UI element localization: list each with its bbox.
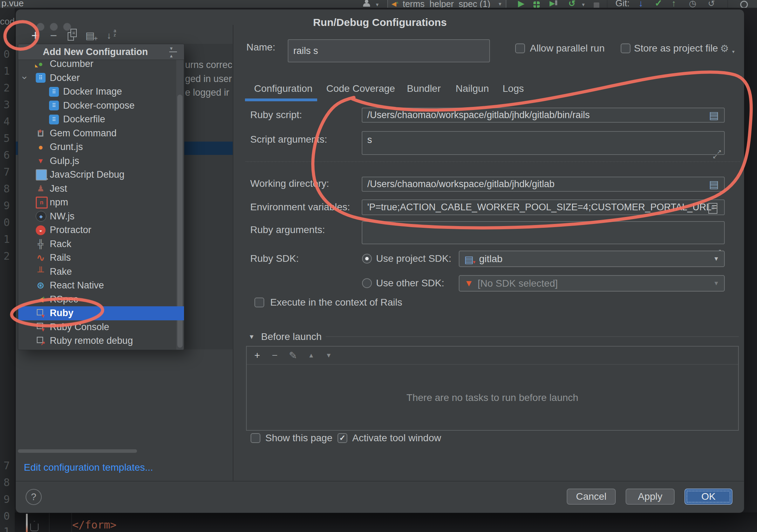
- config-type-item-rails[interactable]: Rails: [18, 251, 184, 265]
- copy-configuration-button[interactable]: [64, 28, 80, 43]
- ruby-script-label: Ruby script:: [250, 109, 302, 121]
- env-variables-list-icon[interactable]: [707, 202, 719, 214]
- run-configuration-name: terms_helper_spec (1): [403, 0, 490, 8]
- config-type-label: NW.js: [50, 211, 75, 222]
- git-push-icon[interactable]: [671, 0, 676, 8]
- code-line[interactable]: </form>: [72, 519, 116, 531]
- store-as-project-file-checkbox[interactable]: [621, 43, 630, 53]
- new-folder-button[interactable]: [82, 28, 98, 43]
- config-type-item-protractor[interactable]: Protractor: [18, 223, 184, 237]
- git-commit-icon[interactable]: [655, 0, 662, 8]
- name-field[interactable]: rails s: [288, 39, 490, 62]
- horizontal-scrollbar[interactable]: [18, 449, 137, 453]
- config-type-item-gem-command[interactable]: Gem Command: [18, 126, 184, 140]
- execute-in-rails-label: Execute in the context of Rails: [270, 297, 402, 308]
- search-icon[interactable]: [740, 0, 748, 8]
- config-type-label: Cucumber: [50, 59, 94, 69]
- working-directory-field[interactable]: /Users/chaomao/workspace/gitlab/jhdk/git…: [362, 177, 725, 192]
- config-type-item-grunt-js[interactable]: Grunt.js: [18, 140, 184, 154]
- user-icon[interactable]: [363, 0, 370, 8]
- tab-logs[interactable]: Logs: [503, 83, 524, 94]
- config-type-item-docker-image[interactable]: Docker Image: [18, 85, 184, 99]
- chevron-expanded-icon[interactable]: ›: [19, 76, 30, 79]
- config-type-item-rack[interactable]: Rack: [18, 237, 184, 251]
- environment-variables-field[interactable]: 'P=true;ACTION_CABLE_WORKER_POOL_SIZE=4;…: [362, 199, 725, 215]
- add-task-button[interactable]: +: [250, 347, 265, 364]
- tab-code-coverage[interactable]: Code Coverage: [326, 83, 395, 94]
- config-type-item-npm[interactable]: npm: [18, 196, 184, 210]
- show-this-page-checkbox[interactable]: [251, 433, 260, 443]
- config-type-item-ruby[interactable]: Ruby: [18, 306, 184, 320]
- use-project-sdk-radio[interactable]: [362, 254, 372, 264]
- folder-icon[interactable]: [708, 109, 720, 121]
- allow-parallel-run-checkbox[interactable]: [515, 43, 525, 53]
- history-icon[interactable]: [689, 0, 696, 8]
- config-type-item-javascript-debug[interactable]: JavaScript Debug: [18, 168, 184, 182]
- remove-configuration-button[interactable]: [46, 28, 61, 43]
- config-type-item-react-native[interactable]: React Native: [18, 279, 184, 293]
- apply-button[interactable]: Apply: [626, 489, 675, 505]
- edit-configuration-templates-link[interactable]: Edit configuration templates...: [24, 462, 153, 473]
- working-directory-value: /Users/chaomao/workspace/gitlab/jhdk/git…: [367, 179, 554, 190]
- coverage-icon[interactable]: [550, 0, 557, 8]
- activate-tool-window-checkbox[interactable]: [337, 433, 347, 443]
- use-other-sdk-label: Use other SDK:: [376, 278, 444, 289]
- config-type-item-rspec[interactable]: RSpec: [18, 292, 184, 306]
- project-sdk-combo[interactable]: gitlab ▼: [459, 251, 725, 267]
- debug-icon[interactable]: [533, 0, 540, 8]
- config-type-item-gulp-js[interactable]: Gulp.js: [18, 154, 184, 168]
- gear-icon[interactable]: [718, 42, 730, 54]
- git-update-icon[interactable]: [639, 0, 643, 8]
- sort-alphabetically-button[interactable]: [101, 28, 117, 43]
- config-type-item-dockerfile[interactable]: Dockerfile: [18, 112, 184, 127]
- tree-item-partial[interactable]: ged in user: [185, 73, 232, 84]
- collapse-all-icon[interactable]: [169, 47, 178, 57]
- config-type-label: Ruby remote debug: [50, 335, 133, 346]
- edit-task-button[interactable]: ✎: [285, 347, 301, 364]
- tree-item-partial[interactable]: e logged ir: [185, 87, 232, 98]
- editor-tab-label[interactable]: p.vue: [1, 0, 24, 8]
- tab-nailgun[interactable]: Nailgun: [456, 83, 489, 94]
- run-icon[interactable]: [518, 0, 524, 8]
- config-type-label: Jest: [50, 183, 67, 194]
- panel-divider[interactable]: [233, 25, 233, 481]
- tree-item-partial[interactable]: urns correc: [185, 60, 232, 70]
- remove-task-button[interactable]: −: [267, 347, 282, 364]
- folder-icon[interactable]: [708, 178, 720, 190]
- config-type-item-docker[interactable]: ›Docker: [18, 71, 184, 85]
- run-debug-configurations-dialog: Run/Debug Configurations urns correcged …: [15, 9, 744, 513]
- config-type-item-nw-js[interactable]: NW.js: [18, 209, 184, 223]
- cancel-button[interactable]: Cancel: [567, 489, 616, 505]
- docker-icon: [49, 115, 59, 124]
- rerun-icon[interactable]: [568, 0, 575, 8]
- use-other-sdk-radio[interactable]: [362, 278, 372, 288]
- tab-bundler[interactable]: Bundler: [407, 83, 441, 94]
- config-type-item-jest[interactable]: Jest: [18, 182, 184, 196]
- undo-icon[interactable]: [708, 0, 715, 8]
- name-value: rails s: [293, 46, 318, 56]
- ruby-script-field[interactable]: /Users/chaomao/workspace/gitlab/jhdk/git…: [362, 108, 725, 123]
- ok-button[interactable]: OK: [684, 489, 732, 505]
- line-number: 7: [0, 166, 10, 178]
- move-down-button[interactable]: ▼: [321, 347, 336, 364]
- add-configuration-button[interactable]: [28, 28, 43, 43]
- config-type-item-ruby-remote-debug[interactable]: Ruby remote debug: [18, 334, 184, 348]
- stop-icon[interactable]: [594, 0, 599, 8]
- other-sdk-combo[interactable]: [No SDK selected] ▼: [459, 275, 725, 292]
- ruby-arguments-field[interactable]: [362, 221, 725, 244]
- execute-in-rails-checkbox[interactable]: [254, 298, 264, 307]
- tab-configuration[interactable]: Configuration: [254, 83, 313, 94]
- line-number: 1: [0, 525, 10, 532]
- config-type-item-ruby-console[interactable]: Ruby Console: [18, 320, 184, 334]
- rails-icon: [36, 253, 46, 263]
- collapse-triangle-icon[interactable]: ▼: [248, 333, 255, 341]
- screenshot-root: p.vue terms_helper_spec (1) Git: code 01…: [0, 0, 757, 532]
- run-configuration-selector[interactable]: terms_helper_spec (1): [387, 0, 506, 8]
- help-button[interactable]: ?: [26, 489, 42, 505]
- script-arguments-field[interactable]: s: [362, 131, 725, 155]
- config-type-item-rake[interactable]: Rake: [18, 265, 184, 279]
- config-type-item-docker-compose[interactable]: Docker-compose: [18, 98, 184, 112]
- expand-field-icon[interactable]: [712, 150, 722, 159]
- no-sdk-icon: [464, 278, 473, 289]
- move-up-button[interactable]: ▲: [304, 347, 319, 364]
